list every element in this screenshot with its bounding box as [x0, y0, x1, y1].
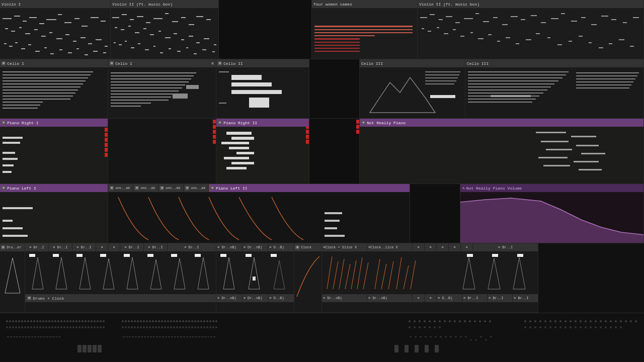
svg-rect-48	[181, 17, 186, 18]
svg-line-252	[345, 264, 350, 289]
track-cello1a[interactable]: ≡ Cello I	[0, 59, 108, 119]
svg-rect-230	[124, 254, 130, 257]
track-piano-right1[interactable]: ≡ Piano Right I	[0, 119, 108, 184]
svg-rect-72	[153, 46, 155, 47]
svg-rect-221	[325, 212, 342, 214]
svg-point-385	[42, 326, 44, 328]
dots-container	[0, 313, 644, 359]
track-clock-variants[interactable]: ≡ Clock + Slice X ≡ Clock..lice X ≡ ≡ ≡ …	[322, 243, 538, 313]
svg-rect-115	[444, 33, 448, 34]
svg-rect-20	[65, 34, 69, 35]
svg-rect-5	[46, 19, 56, 20]
svg-rect-123	[516, 43, 519, 44]
svg-point-316	[167, 320, 169, 322]
track-violin2[interactable]: Violin II (ft. music box)	[111, 0, 219, 59]
svg-rect-223	[325, 227, 337, 229]
svg-point-283	[51, 320, 53, 322]
svg-rect-94	[464, 18, 473, 19]
svg-rect-525	[415, 336, 417, 337]
svg-rect-506	[162, 336, 164, 337]
svg-rect-77	[194, 53, 197, 54]
svg-rect-108	[601, 16, 608, 17]
svg-point-331	[212, 320, 214, 322]
svg-rect-231	[147, 254, 153, 257]
svg-point-422	[170, 326, 172, 328]
dr-nb-label-2: ≡ Dr..nB)	[243, 243, 269, 251]
svg-rect-96	[483, 21, 489, 22]
svg-point-289	[69, 320, 71, 322]
svg-rect-516	[192, 336, 194, 337]
svg-point-434	[206, 326, 208, 328]
svg-rect-480	[22, 336, 24, 337]
notes-svg-four-women	[312, 8, 418, 58]
svg-point-394	[69, 326, 71, 328]
svg-rect-138	[3, 80, 86, 81]
track-violin2b[interactable]: Violin II (ft. music box)	[418, 0, 644, 59]
svg-rect-171	[425, 77, 458, 78]
svg-rect-535	[465, 336, 467, 337]
track-cello3b[interactable]: Cello III	[465, 59, 644, 119]
svg-rect-209	[541, 141, 569, 142]
track-four-women[interactable]: four women cameo	[312, 0, 418, 59]
track-not-really-piano-vol[interactable]: ✎ Not Really Piano Volume	[460, 184, 644, 243]
track-violin1[interactable]: Violin I	[0, 0, 111, 59]
svg-rect-141	[3, 89, 78, 90]
svg-rect-66	[114, 42, 116, 43]
svg-rect-145	[3, 102, 43, 103]
track-cello3a[interactable]: Cello III	[360, 59, 465, 119]
svg-rect-10	[91, 17, 99, 18]
svg-point-408	[128, 326, 130, 328]
track-content-violin1	[0, 8, 110, 59]
svg-point-389	[54, 326, 56, 328]
svg-point-321	[182, 320, 184, 322]
track-label-drums-clock: ≡ Drums + Clock	[25, 294, 216, 302]
track-piano-right2[interactable]: ≡ Piano Right II	[216, 119, 309, 184]
svg-point-301	[122, 320, 124, 322]
svg-rect-24	[96, 39, 102, 40]
svg-rect-510	[174, 336, 176, 337]
svg-point-458	[590, 326, 592, 328]
track-clock[interactable]: ≡ Clock	[294, 243, 322, 313]
svg-rect-78	[202, 49, 206, 50]
track-content-piano-left1	[0, 192, 108, 243]
svg-rect-31	[35, 51, 40, 52]
track-cello1b[interactable]: ≡ Cello I ≡	[108, 59, 216, 119]
track-not-really-piano[interactable]: ≡ Not Really Piano	[360, 119, 644, 184]
svg-point-446	[529, 326, 531, 328]
svg-rect-511	[177, 336, 179, 337]
svg-rect-130	[589, 42, 592, 43]
track-cello2[interactable]: ≡ Cello II	[216, 59, 309, 119]
svg-point-350	[524, 320, 526, 322]
track-dru-er[interactable]: ≡ Dru..er	[0, 243, 25, 313]
svg-point-290	[72, 320, 74, 322]
svg-point-428	[188, 326, 190, 328]
svg-rect-15	[25, 33, 30, 34]
svg-rect-520	[204, 336, 206, 337]
svg-rect-43	[137, 16, 143, 17]
track-piano-left1[interactable]: ≡ Piano Left I	[0, 184, 108, 243]
svg-rect-127	[557, 44, 562, 45]
track-drums-clock[interactable]: ≡ Br..I ≡ Br..I ≡ Br..I ≡ ≡ ≡ Br..I ≡ Br…	[25, 243, 216, 313]
svg-point-436	[212, 326, 214, 328]
svg-point-355	[549, 320, 551, 322]
svg-point-447	[534, 326, 536, 328]
track-dr-nb[interactable]: ≡ Dr..nB) ≡ Dr..nB) ≡ D..B) ≡ Dr..nB)	[216, 243, 294, 313]
track-content-violin2	[111, 8, 218, 59]
svg-rect-503	[153, 336, 155, 337]
automation-curves	[108, 192, 410, 243]
svg-rect-500	[144, 336, 146, 337]
svg-rect-176	[468, 74, 566, 75]
svg-rect-475	[7, 336, 9, 337]
svg-rect-167	[219, 103, 226, 104]
svg-point-303	[128, 320, 130, 322]
svg-rect-495	[129, 336, 131, 337]
svg-rect-513	[183, 336, 185, 337]
svg-point-376	[15, 326, 17, 328]
track-label-piano-left2: ≡ Piano Left II	[209, 184, 410, 192]
svg-rect-137	[3, 77, 88, 78]
svg-rect-45	[153, 18, 163, 19]
track-label-clock: ≡ Clock	[294, 243, 321, 251]
svg-rect-206	[226, 167, 247, 169]
svg-rect-102	[541, 22, 546, 23]
svg-rect-175	[468, 71, 569, 72]
